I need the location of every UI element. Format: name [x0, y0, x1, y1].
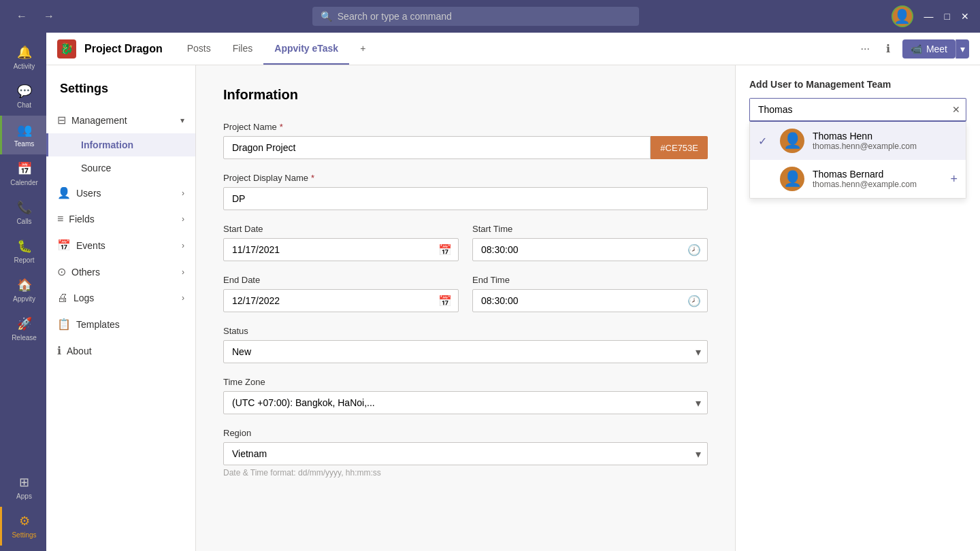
window-controls: — □ ✕ [924, 11, 969, 22]
start-date-input[interactable] [223, 238, 459, 261]
main-layout: 🔔 Activity 💬 Chat 👥 Teams 📅 Calender 📞 C… [0, 33, 980, 551]
settings-group-header-fields[interactable]: ≡ Fields › [46, 206, 195, 232]
users-icon: 👤 [57, 186, 71, 199]
search-clear-button[interactable]: ✕ [947, 100, 966, 119]
sidebar-label-activity: Activity [14, 63, 35, 70]
search-input[interactable] [338, 11, 631, 22]
settings-group-header-management[interactable]: ⊟ Management ▾ [46, 107, 195, 133]
settings-item-source[interactable]: Source [46, 156, 195, 180]
project-display-input[interactable] [223, 187, 708, 210]
nav-back-button[interactable]: ← [11, 7, 33, 25]
search-user-input[interactable] [750, 99, 947, 120]
users-arrow: › [182, 188, 184, 198]
info-button[interactable]: ℹ [882, 39, 894, 58]
user-info-thomas-bernard: Thomas Bernard thomas.henn@example.com [813, 169, 942, 189]
date-hint: Date & Time format: dd/mm/yyyy, hh:mm:ss [223, 468, 708, 478]
more-options-button[interactable]: ··· [857, 40, 874, 58]
project-name-row: #CE753E [223, 136, 708, 159]
end-date-input[interactable] [223, 289, 459, 312]
color-badge: #CE753E [651, 136, 708, 159]
close-button[interactable]: ✕ [961, 11, 969, 22]
region-select[interactable]: Vietnam [223, 442, 708, 465]
user-avatar-thomas-henn: 👤 [780, 129, 804, 153]
settings-group-header-templates[interactable]: 📋 Templates [46, 311, 195, 337]
settings-group-header-about[interactable]: ℹ About [46, 337, 195, 364]
settings-group-header-logs[interactable]: 🖨 Logs › [46, 285, 195, 311]
minimize-button[interactable]: — [924, 11, 934, 22]
maximize-button[interactable]: □ [945, 11, 950, 22]
user-avatar-thomas-bernard: 👤 [780, 167, 804, 191]
status-select-wrapper: New Active Completed On Hold ▾ [223, 340, 708, 363]
settings-group-header-others[interactable]: ⊙ Others › [46, 258, 195, 285]
events-icon: 📅 [57, 239, 71, 252]
user-check-thomas-henn: ✓ [758, 135, 772, 148]
settings-group-header-events[interactable]: 📅 Events › [46, 232, 195, 258]
add-tab-button[interactable]: + [349, 33, 376, 65]
project-name-required: * [280, 122, 283, 132]
calendar-icon-end[interactable]: 📅 [438, 295, 452, 307]
avatar[interactable]: 👤 [892, 5, 913, 27]
clock-icon-end[interactable]: 🕗 [687, 295, 701, 307]
user-name-thomas-henn: Thomas Henn [813, 131, 958, 141]
settings-group-header-users[interactable]: 👤 Users › [46, 180, 195, 206]
top-bar-right: 👤 — □ ✕ [892, 5, 969, 27]
others-label: Others [71, 267, 100, 278]
region-select-wrapper: Vietnam ▾ [223, 442, 708, 465]
search-icon: 🔍 [321, 11, 332, 22]
settings-item-information[interactable]: Information [46, 133, 195, 156]
tab-files[interactable]: Files [222, 33, 264, 65]
chat-icon: 💬 [17, 84, 32, 99]
sidebar-item-settings[interactable]: ⚙ Settings [0, 507, 46, 546]
nav-forward-button[interactable]: → [38, 7, 60, 25]
logs-icon: 🖨 [57, 292, 68, 304]
status-select[interactable]: New Active Completed On Hold [223, 340, 708, 363]
sidebar-item-report[interactable]: 🐛 Report [0, 232, 46, 271]
tab-posts[interactable]: Posts [176, 33, 222, 65]
channel-header: 🐉 Project Dragon Posts Files Appvity eTa… [46, 33, 980, 65]
meet-button[interactable]: 📹 Meet [902, 39, 956, 59]
sidebar-item-apps[interactable]: ⊞ Apps [0, 468, 46, 507]
users-label: Users [76, 188, 101, 199]
sidebar-item-appvity[interactable]: 🏠 Appvity [0, 271, 46, 310]
events-arrow: › [182, 241, 184, 250]
settings-title: Settings [46, 82, 195, 107]
user-item-thomas-henn[interactable]: ✓ 👤 Thomas Henn thomas.henn@example.com [750, 122, 966, 160]
meet-dropdown-button[interactable]: ▾ [956, 39, 969, 59]
search-bar[interactable]: 🔍 [312, 7, 639, 26]
user-email-thomas-bernard: thomas.henn@example.com [813, 180, 942, 189]
start-time-input[interactable] [472, 238, 708, 261]
sidebar-item-release[interactable]: 🚀 Release [0, 310, 46, 348]
user-name-thomas-bernard: Thomas Bernard [813, 169, 942, 180]
body-area: Settings ⊟ Management ▾ Information Sour… [46, 65, 980, 551]
templates-icon: 📋 [57, 318, 71, 331]
calendar-icon-start[interactable]: 📅 [438, 244, 452, 256]
timezone-select[interactable]: (UTC +07:00): Bangkok, HaNoi,... [223, 391, 708, 414]
sidebar-item-chat[interactable]: 💬 Chat [0, 77, 46, 116]
sidebar-item-activity[interactable]: 🔔 Activity [0, 38, 46, 77]
search-user-row: ✕ [749, 98, 966, 122]
clock-icon-start[interactable]: 🕗 [687, 244, 701, 256]
user-item-thomas-bernard[interactable]: + 👤 Thomas Bernard thomas.henn@example.c… [750, 160, 966, 198]
form-area: Information Project Name * #CE753E Pr [196, 65, 735, 551]
user-info-thomas-henn: Thomas Henn thomas.henn@example.com [813, 131, 958, 151]
channel-tabs: Posts Files Appvity eTask + [176, 33, 377, 65]
project-display-group: Project Display Name * [223, 173, 708, 210]
tab-appvity-etask[interactable]: Appvity eTask [263, 33, 349, 65]
project-name-label: Project Name * [223, 122, 708, 132]
user-dropdown: ✓ 👤 Thomas Henn thomas.henn@example.com … [749, 122, 966, 199]
sidebar-item-teams[interactable]: 👥 Teams [0, 116, 46, 154]
project-name-input[interactable] [223, 136, 651, 159]
timezone-group: Time Zone (UTC +07:00): Bangkok, HaNoi,.… [223, 377, 708, 414]
end-time-input[interactable] [472, 289, 708, 312]
sidebar-item-calendar[interactable]: 📅 Calender [0, 154, 46, 193]
start-date-group: Start Date 📅 [223, 224, 459, 261]
right-panel-title: Add User to Management Team [749, 79, 966, 90]
start-time-label: Start Time [472, 224, 708, 234]
sidebar-item-calls[interactable]: 📞 Calls [0, 193, 46, 232]
end-date-time-row: End Date 📅 End Time 🕗 [223, 275, 708, 326]
appvity-icon: 🏠 [17, 278, 32, 293]
management-icon: ⊟ [57, 114, 66, 127]
add-user-thomas-bernard-button[interactable]: + [950, 172, 958, 186]
teams-icon: 👥 [17, 122, 32, 137]
meet-label: Meet [926, 44, 947, 54]
